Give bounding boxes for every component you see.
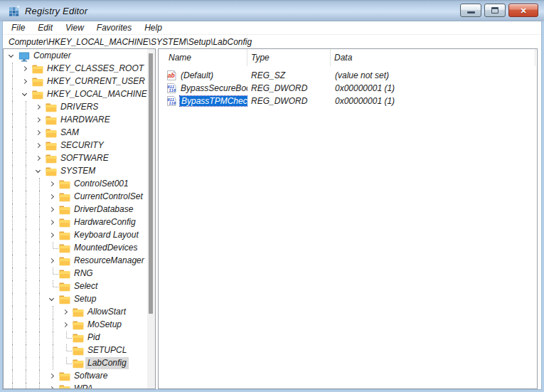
tree-item-security[interactable]: SECURITY — [4, 139, 155, 152]
tree-item-label: ResourceManager — [72, 255, 146, 267]
tree-item-label: CurrentControlSet — [72, 191, 145, 203]
tree-item-computer[interactable]: Computer — [4, 50, 155, 63]
computer-icon — [18, 51, 30, 62]
tree-item-allowstart[interactable]: AllowStart — [4, 306, 155, 319]
chevron-right-icon[interactable] — [49, 220, 54, 225]
tree-guide-line — [39, 229, 40, 242]
menu-item-edit[interactable]: Edit — [31, 21, 59, 34]
menu-item-view[interactable]: View — [59, 21, 90, 34]
value-row-bypasstpmcheck[interactable]: 011110BypassTPMCheckREG_DWORD0x00000001 … — [159, 95, 537, 107]
chevron-right-icon[interactable] — [36, 130, 41, 135]
chevron-right-icon[interactable] — [49, 207, 54, 212]
tree-item-software[interactable]: Software — [4, 370, 155, 383]
tree-guide-line — [12, 229, 13, 242]
value-name-label: BypassSecureBoot — [179, 83, 247, 94]
menu-item-help[interactable]: Help — [138, 21, 169, 34]
tree-guide-line — [12, 255, 13, 267]
tree: ComputerHKEY_CLASSES_ROOTHKEY_CURRENT_US… — [4, 49, 155, 388]
tree-guide-line — [12, 152, 13, 165]
chevron-right-icon[interactable] — [22, 66, 27, 71]
tree-item-driverdatabase[interactable]: DriverDatabase — [4, 203, 155, 216]
tree-item-select[interactable]: Select — [4, 280, 155, 293]
tree-guide-line — [12, 332, 13, 344]
tree-item-rng[interactable]: RNG — [4, 267, 155, 280]
folder-icon — [59, 295, 70, 305]
maximize-button[interactable] — [484, 4, 506, 17]
chevron-down-icon[interactable] — [9, 53, 14, 58]
chevron-right-icon[interactable] — [36, 156, 41, 161]
folder-icon — [59, 384, 70, 389]
column-header-type[interactable]: Type — [247, 49, 331, 66]
chevron-down-icon[interactable] — [36, 168, 41, 173]
value-row--default-[interactable]: ab(Default)REG_SZ(value not set) — [159, 69, 537, 82]
chevron-down-icon[interactable] — [49, 296, 54, 301]
column-header-data[interactable]: Data — [331, 49, 535, 66]
tree-item-pid[interactable]: Pid — [4, 332, 155, 344]
tree-item-controlset001[interactable]: ControlSet001 — [4, 178, 155, 191]
tree-item-resourcemanager[interactable]: ResourceManager — [4, 255, 155, 267]
tree-item-keyboard-layout[interactable]: Keyboard Layout — [4, 229, 155, 242]
tree-guide-line — [39, 319, 40, 332]
tree-item-hkey-current-user[interactable]: HKEY_CURRENT_USER — [4, 75, 155, 88]
tree-item-setup[interactable]: Setup — [4, 293, 155, 306]
tree-item-system[interactable]: SYSTEM — [4, 165, 155, 178]
folder-icon — [46, 115, 57, 126]
tree-guide-line — [12, 101, 13, 114]
tree-item-mosetup[interactable]: MoSetup — [4, 319, 155, 332]
tree-guide-line — [12, 127, 13, 139]
svg-text:ab: ab — [168, 72, 175, 79]
tree-guide-line — [26, 178, 26, 191]
minimize-icon — [467, 11, 475, 14]
tree-guide-line — [26, 255, 26, 267]
column-header-name[interactable]: Name — [159, 49, 247, 66]
chevron-right-icon[interactable] — [49, 233, 54, 238]
tree-guide-line — [12, 319, 13, 332]
menu-item-file[interactable]: File — [5, 21, 31, 34]
tree-item-hardwareconfig[interactable]: HardwareConfig — [4, 216, 155, 229]
tree-guide-line — [12, 370, 13, 383]
menu-item-favorites[interactable]: Favorites — [90, 21, 138, 34]
close-button[interactable]: ✕ — [508, 4, 538, 17]
tree-item-software[interactable]: SOFTWARE — [4, 152, 155, 165]
tree-item-hkey-local-machine[interactable]: HKEY_LOCAL_MACHINE — [4, 88, 155, 101]
dword-value-icon: 011110 — [166, 83, 177, 94]
tree-item-wpa[interactable]: WPA — [4, 383, 155, 389]
chevron-right-icon[interactable] — [36, 143, 41, 148]
scrollbar-thumb[interactable] — [149, 53, 153, 314]
tree-item-mounteddevices[interactable]: MountedDevices — [4, 242, 155, 255]
tree-guide-line — [66, 332, 67, 338]
tree-item-hkey-classes-root[interactable]: HKEY_CLASSES_ROOT — [4, 63, 155, 75]
minimize-button[interactable] — [460, 4, 481, 17]
chevron-right-icon[interactable] — [49, 258, 54, 263]
chevron-right-icon[interactable] — [49, 374, 54, 378]
chevron-right-icon[interactable] — [49, 181, 54, 186]
tree-guide-line — [26, 332, 26, 344]
tree-guide-line — [12, 139, 13, 152]
tree-item-labconfig[interactable]: LabConfig — [4, 357, 155, 370]
tree-item-label: Computer — [31, 50, 73, 62]
tree-item-setupcl[interactable]: SETUPCL — [4, 344, 155, 357]
folder-icon — [73, 359, 84, 369]
chevron-right-icon[interactable] — [36, 105, 41, 110]
chevron-right-icon[interactable] — [49, 194, 54, 199]
tree-scrollbar[interactable] — [147, 49, 155, 388]
folder-icon — [32, 90, 43, 100]
tree-item-hardware[interactable]: HARDWARE — [4, 114, 155, 127]
chevron-right-icon[interactable] — [63, 309, 68, 314]
tree-guide-line — [53, 357, 53, 370]
value-row-bypasssecureboot[interactable]: 011110BypassSecureBootREG_DWORD0x0000000… — [159, 82, 537, 95]
chevron-right-icon[interactable] — [63, 322, 68, 327]
value-name-label: (Default) — [179, 70, 215, 81]
window-title: Registry Editor — [25, 6, 87, 16]
tree-item-drivers[interactable]: DRIVERS — [4, 101, 155, 114]
chevron-right-icon[interactable] — [36, 117, 41, 122]
folder-icon — [73, 320, 84, 331]
tree-item-label: ControlSet001 — [72, 178, 131, 190]
address-input[interactable] — [3, 37, 541, 47]
tree-item-currentcontrolset[interactable]: CurrentControlSet — [4, 191, 155, 203]
chevron-down-icon[interactable] — [22, 91, 27, 96]
tree-guide-line — [12, 344, 13, 357]
tree-item-sam[interactable]: SAM — [4, 127, 155, 139]
chevron-right-icon[interactable] — [49, 386, 54, 389]
chevron-right-icon[interactable] — [22, 79, 27, 84]
